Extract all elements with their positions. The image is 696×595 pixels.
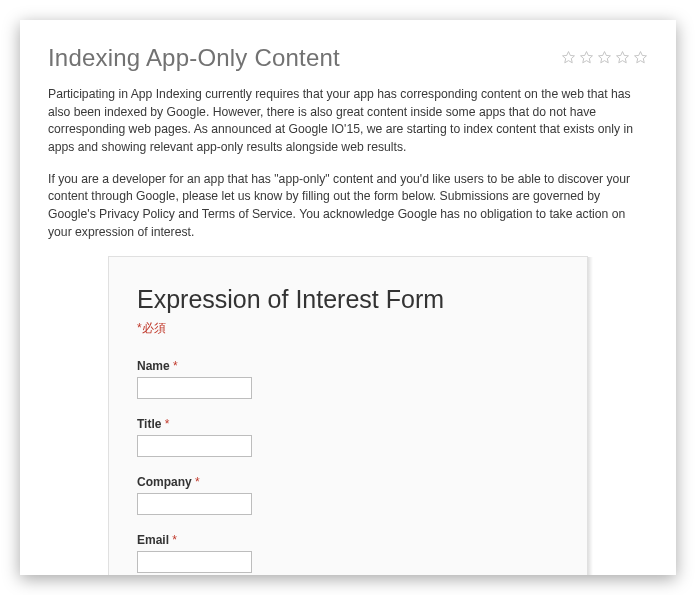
- company-label: Company *: [137, 475, 559, 489]
- required-note: *必須: [137, 320, 559, 337]
- label-text: Name: [137, 359, 170, 373]
- company-input[interactable]: [137, 493, 252, 515]
- interest-form: Expression of Interest Form *必須 Name * T…: [108, 256, 588, 576]
- field-email: Email *: [137, 533, 559, 573]
- email-label: Email *: [137, 533, 559, 547]
- required-marker: *: [195, 475, 200, 489]
- form-title: Expression of Interest Form: [137, 285, 559, 314]
- star-icon[interactable]: [597, 50, 612, 69]
- header-row: Indexing App-Only Content: [48, 44, 648, 72]
- required-marker: *: [173, 359, 178, 373]
- intro-paragraph-2: If you are a developer for an app that h…: [48, 171, 648, 242]
- page-title: Indexing App-Only Content: [48, 44, 340, 72]
- required-marker: *: [172, 533, 177, 547]
- required-marker: *: [165, 417, 170, 431]
- field-company: Company *: [137, 475, 559, 515]
- field-name: Name *: [137, 359, 559, 399]
- star-icon[interactable]: [633, 50, 648, 69]
- name-input[interactable]: [137, 377, 252, 399]
- star-icon[interactable]: [561, 50, 576, 69]
- intro-paragraph-1: Participating in App Indexing currently …: [48, 86, 648, 157]
- star-icon[interactable]: [615, 50, 630, 69]
- star-icon[interactable]: [579, 50, 594, 69]
- title-label: Title *: [137, 417, 559, 431]
- label-text: Title: [137, 417, 161, 431]
- rating-stars[interactable]: [561, 44, 648, 69]
- page-card: Indexing App-Only Content Participating …: [20, 20, 676, 575]
- field-title: Title *: [137, 417, 559, 457]
- label-text: Email: [137, 533, 169, 547]
- email-input[interactable]: [137, 551, 252, 573]
- title-input[interactable]: [137, 435, 252, 457]
- label-text: Company: [137, 475, 192, 489]
- name-label: Name *: [137, 359, 559, 373]
